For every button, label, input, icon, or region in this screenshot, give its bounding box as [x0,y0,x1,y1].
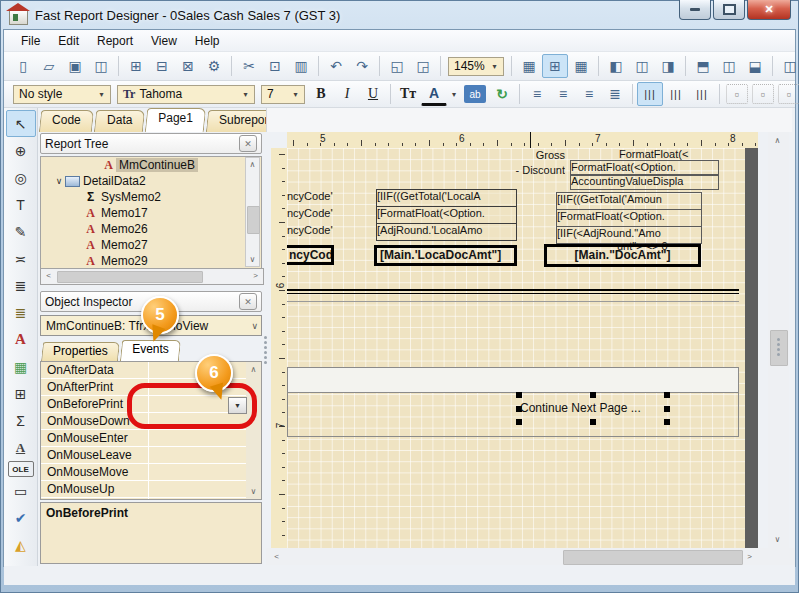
fit-to-grid-button[interactable]: ▦ [568,54,594,78]
undo-button[interactable]: ↶ [323,54,349,78]
selected-memo-object[interactable]: Continue Next Page ... [520,396,666,421]
font-settings-button[interactable]: Tт [395,82,421,106]
copy-button[interactable]: ⊡ [262,54,288,78]
tab-page1[interactable]: Page1 [145,108,206,132]
frame-left-button[interactable]: ▫ [778,84,799,104]
align-text-left-button[interactable]: ≡ [524,82,550,106]
zoom-combo[interactable]: 145%▾ [448,57,504,76]
memo-object[interactable]: [IIF((GetTotal('LocalA [376,189,517,207]
tree-item-sysmemo2[interactable]: ΣSysMemo2 [41,189,261,205]
memo-object[interactable]: ncyCode"> <> [287,245,334,265]
chevron-down-icon[interactable]: ▾ [289,88,302,101]
menu-item-edit[interactable]: Edit [49,31,88,51]
align-to-grid-button[interactable]: ⊞ [542,54,568,78]
chevron-down-icon[interactable]: ▾ [239,88,252,101]
shape-object-button[interactable]: ▭ [6,477,36,504]
insert-data-band-button[interactable]: ≣ [6,299,36,326]
align-bottoms-button[interactable]: ⬓ [742,54,768,78]
new-page-button[interactable]: ⊞ [123,54,149,78]
align-right-edges-button[interactable]: ◨ [655,54,681,78]
scroll-up-icon[interactable]: ∧ [246,158,259,171]
text-tool[interactable]: T [6,191,36,218]
scroll-thumb[interactable] [57,271,203,283]
format-painter-tool[interactable]: ✎ [6,218,36,245]
hand-tool[interactable]: ⊕ [6,137,36,164]
vertical-align-bottom-button[interactable]: ||| [689,82,715,106]
tree-item-mmcontinueb[interactable]: AMmContinueB [41,157,261,173]
page-settings-button[interactable]: ⚙ [201,54,227,78]
scroll-up-icon[interactable]: ∧ [247,363,260,376]
highlight-button[interactable]: ab [464,85,486,103]
frame-bottom-button[interactable]: ▫ [752,84,774,104]
underline-button[interactable]: U [360,82,386,106]
menu-item-help[interactable]: Help [186,31,229,51]
menu-item-file[interactable]: File [12,31,49,51]
tree-item-memo29[interactable]: AMemo29 [41,253,261,268]
memo-object[interactable]: [IIF((GetTotal('Amoun [556,192,702,210]
scroll-right-icon[interactable]: > [249,269,262,282]
tab-properties[interactable]: Properties [41,342,120,361]
rotate-button[interactable]: ↻ [489,82,515,106]
chevron-down-icon[interactable]: ▾ [488,60,501,73]
tree-item-memo26[interactable]: AMemo26 [41,221,261,237]
scroll-left-icon[interactable]: < [270,550,283,563]
memo-object[interactable]: - Discount [483,164,565,178]
checkbox-object-button[interactable]: ✔ [6,504,36,531]
report-page[interactable]: Gross- DiscountFormatFloat(<FormatFloat(… [287,148,745,548]
redo-button[interactable]: ↷ [349,54,375,78]
ungroup-button[interactable]: ◲ [410,54,436,78]
insert-band-button[interactable]: ≣ [6,272,36,299]
chevron-down-icon[interactable]: ∨ [251,321,258,331]
panel-splitter-handle[interactable] [263,336,267,364]
font-color-button[interactable]: A [421,83,447,106]
memo-object[interactable]: ncyCode"> <> [287,224,333,239]
tab-data[interactable]: Data [94,110,146,132]
group-button[interactable]: ◱ [384,54,410,78]
close-button[interactable]: ✕ [747,0,791,20]
memo-object[interactable]: [FormatFloat(<Option. [556,209,702,227]
report-tree-vscrollbar[interactable]: ∧ ∨ [245,157,260,267]
menu-item-view[interactable]: View [142,31,186,51]
event-row-onpreviewclick[interactable]: OnPreviewClick [41,498,261,500]
scroll-left-icon[interactable]: < [42,269,55,282]
delete-page-button[interactable]: ⊠ [175,54,201,78]
ole-object-button[interactable]: OLE [8,461,34,477]
subreport-object-button[interactable]: ⊞ [6,380,36,407]
memo-object[interactable]: AccountingValueDispla [570,174,719,190]
vertical-align-center-button[interactable]: ||| [663,82,689,106]
event-row-onmouseenter[interactable]: OnMouseEnter [41,430,261,447]
bold-button[interactable]: B [308,82,334,106]
design-hscrollbar[interactable]: < > [266,548,758,565]
zoom-tool[interactable]: ◎ [6,164,36,191]
style-combo[interactable]: No style▾ [13,85,111,104]
event-row-onmouseup[interactable]: OnMouseUp [41,481,261,498]
band-structure-tool[interactable]: ≍ [6,245,36,272]
memo-object[interactable]: Gross [501,149,565,162]
align-left-edges-button[interactable]: ◧ [603,54,629,78]
report-tree-close-icon[interactable]: ✕ [239,135,257,152]
align-h-centers-button[interactable]: ◫ [629,54,655,78]
align-text-right-button[interactable]: ≡ [576,82,602,106]
event-value-cell[interactable] [149,498,261,500]
select-tool[interactable]: ↖ [6,110,36,137]
event-row-onmouseleave[interactable]: OnMouseLeave [41,447,261,464]
chart-object-button[interactable]: ◭ [6,531,36,558]
tab-code[interactable]: Code [39,110,94,132]
design-canvas[interactable]: Gross- DiscountFormatFloat(<FormatFloat(… [287,148,758,548]
scroll-down-icon[interactable]: ∨ [246,253,259,266]
design-vscrollbar[interactable]: ∧ ∨ [768,132,789,548]
show-grid-button[interactable]: ▦ [516,54,542,78]
event-value-cell[interactable] [149,430,261,446]
richtext-object-button[interactable]: A [6,434,36,461]
font-name-combo[interactable]: TrTahoma▾ [117,85,255,104]
align-tops-button[interactable]: ⬒ [690,54,716,78]
picture-object-button[interactable]: ▦ [6,353,36,380]
space-horizontally-button[interactable]: ◫ [777,54,799,78]
justify-text-button[interactable]: ≣ [602,82,628,106]
memo-object[interactable]: [Main."DocAmt"] [544,244,701,267]
scroll-down-icon[interactable]: ∨ [771,533,784,546]
vertical-align-top-button[interactable]: ||| [637,82,663,106]
memo-object[interactable]: ncyCode"> <> [287,207,333,222]
open-report-button[interactable]: ▱ [36,54,62,78]
italic-button[interactable]: I [334,82,360,106]
